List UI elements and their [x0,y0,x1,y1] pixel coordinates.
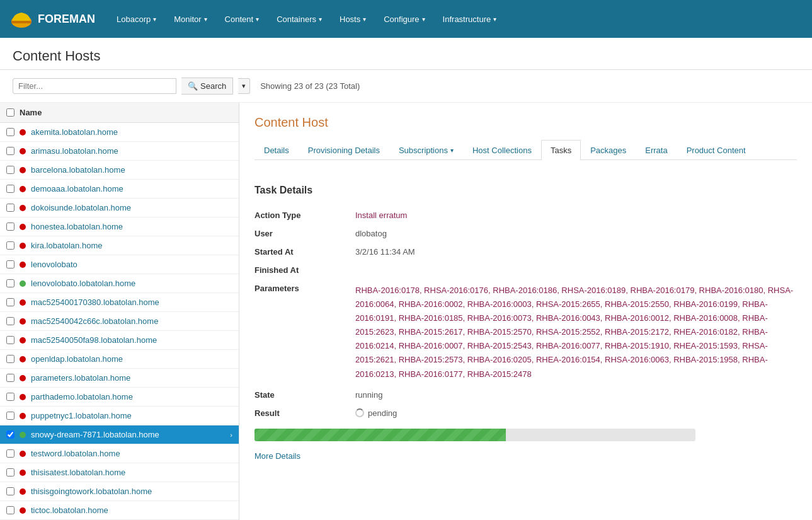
list-item[interactable]: kira.lobatolan.home [0,236,239,255]
host-checkbox[interactable] [6,260,14,269]
select-all-checkbox[interactable] [6,108,14,117]
host-checkbox[interactable] [6,412,14,420]
host-checkbox[interactable] [6,222,14,231]
nav-org[interactable]: Lobacorp ▾ [108,0,165,38]
detail-key: Parameters [254,279,355,386]
list-item[interactable]: mac52540042c66c.lobatolan.home [0,312,239,331]
status-dot [20,413,26,419]
status-dot [20,451,26,457]
detail-row: Action TypeInstall erratum [254,206,797,224]
host-checkbox[interactable] [6,468,14,477]
host-name: demoaaa.lobatolan.home [31,184,123,194]
list-item[interactable]: akemita.lobatolan.home [0,123,239,142]
status-dot [20,507,26,514]
list-item[interactable]: testword.lobatolan.home [0,444,239,463]
tab-provisioning-details[interactable]: Provisioning Details [299,140,389,160]
host-checkbox[interactable] [6,317,14,325]
result-value-cell: pending [355,404,797,422]
list-item[interactable]: honestea.lobatolan.home [0,217,239,236]
host-name: parameters.lobatolan.home [31,373,130,383]
search-button[interactable]: 🔍 Search [181,78,233,95]
tab-packages[interactable]: Packages [581,140,636,160]
host-checkbox[interactable] [6,298,14,306]
host-checkbox[interactable] [6,355,14,363]
detail-key: User [254,224,355,243]
filter-input[interactable] [18,81,171,91]
host-checkbox[interactable] [6,374,14,382]
list-item[interactable]: openldap.lobatolan.home [0,350,239,369]
list-item[interactable]: demoaaa.lobatolan.home [0,180,239,199]
list-item[interactable]: thisisatest.lobatolan.home [0,463,239,482]
status-dot [20,394,26,400]
list-item[interactable]: parthademo.lobatolan.home [0,388,239,407]
list-item[interactable]: barcelona.lobatolan.home [0,161,239,180]
list-item[interactable]: dokoisunde.lobatolan.home [0,199,239,217]
nav-monitor[interactable]: Monitor ▾ [165,0,215,38]
status-dot [20,318,26,325]
tab-subscriptions[interactable]: Subscriptions▾ [389,140,463,160]
tab-product-content[interactable]: Product Content [677,140,755,160]
list-item[interactable]: lenovolobato [0,255,239,274]
tab-tasks[interactable]: Tasks [541,140,581,160]
org-name: Lobacorp [117,14,151,24]
list-item[interactable]: lenovolobato.lobatolan.home [0,274,239,293]
detail-key: Finished At [254,261,355,279]
content-host-title: Content Host [254,115,797,130]
state-label: State [254,386,355,404]
host-checkbox[interactable] [6,487,14,495]
status-dot [20,470,26,476]
list-item[interactable]: mac52540050fa98.lobatolan.home [0,331,239,350]
list-item[interactable]: thisisgoingtowork.lobatolan.home [0,482,239,501]
host-checkbox[interactable] [6,147,14,155]
host-name: mac52540042c66c.lobatolan.home [31,316,158,326]
status-dot [20,186,26,192]
status-dot [20,280,26,287]
host-checkbox[interactable] [6,336,14,344]
brand-logo[interactable]: FOREMAN [10,8,95,30]
list-item[interactable]: parameters.lobatolan.home [0,369,239,388]
state-result-table: State running Result pending [254,386,797,422]
host-name: honestea.lobatolan.home [31,222,123,231]
org-chevron-icon: ▾ [153,16,156,23]
nav-content[interactable]: Content ▾ [216,0,268,38]
nav-configure[interactable]: Configure ▾ [375,0,433,38]
more-details-link[interactable]: More Details [254,451,300,461]
host-checkbox[interactable] [6,279,14,287]
tab-details[interactable]: Details [254,140,299,160]
host-checkbox[interactable] [6,506,14,514]
search-label: Search [200,81,226,91]
filter-dropdown-button[interactable]: ▾ [238,78,250,94]
host-checkbox[interactable] [6,128,14,136]
list-item[interactable]: arimasu.lobatolan.home [0,142,239,161]
host-checkbox[interactable] [6,430,14,439]
list-item[interactable]: puppetnyc1.lobatolan.home [0,407,239,425]
nav-hosts[interactable]: Hosts ▾ [331,0,375,38]
host-checkbox[interactable] [6,166,14,174]
host-name: tictoc.lobatolan.home [31,506,108,515]
host-name: lenovolobato.lobatolan.home [31,279,135,288]
nav-containers[interactable]: Containers ▾ [268,0,331,38]
host-checkbox[interactable] [6,393,14,401]
status-dot [20,299,26,306]
host-checkbox[interactable] [6,241,14,250]
list-item[interactable]: mac525400170380.lobatolan.home [0,293,239,312]
helmet-icon [10,8,33,30]
host-checkbox[interactable] [6,449,14,458]
progress-bar-container [254,429,695,441]
host-name: puppetnyc1.lobatolan.home [31,411,132,420]
list-item[interactable]: tictoc.lobatolan.home [0,501,239,520]
filter-bar: 🔍 Search ▾ Showing 23 of 23 (23 Total) [0,70,812,103]
host-name: openldap.lobatolan.home [31,354,123,364]
host-checkbox[interactable] [6,204,14,212]
task-details-title: Task Details [254,185,797,196]
infrastructure-chevron-icon: ▾ [493,16,496,23]
host-name: arimasu.lobatolan.home [31,146,118,156]
host-checkbox[interactable] [6,185,14,193]
tab-errata[interactable]: Errata [636,140,677,160]
main-layout: Name akemita.lobatolan.home arimasu.loba… [0,103,812,520]
tabs-container: DetailsProvisioning DetailsSubscriptions… [254,140,797,160]
list-item[interactable]: snowy-dream-7871.lobatolan.home › [0,425,239,444]
detail-row: ParametersRHBA-2016:0178, RHSA-2016:0176… [254,279,797,386]
tab-host-collections[interactable]: Host Collections [463,140,541,160]
nav-infrastructure[interactable]: Infrastructure ▾ [434,0,506,38]
